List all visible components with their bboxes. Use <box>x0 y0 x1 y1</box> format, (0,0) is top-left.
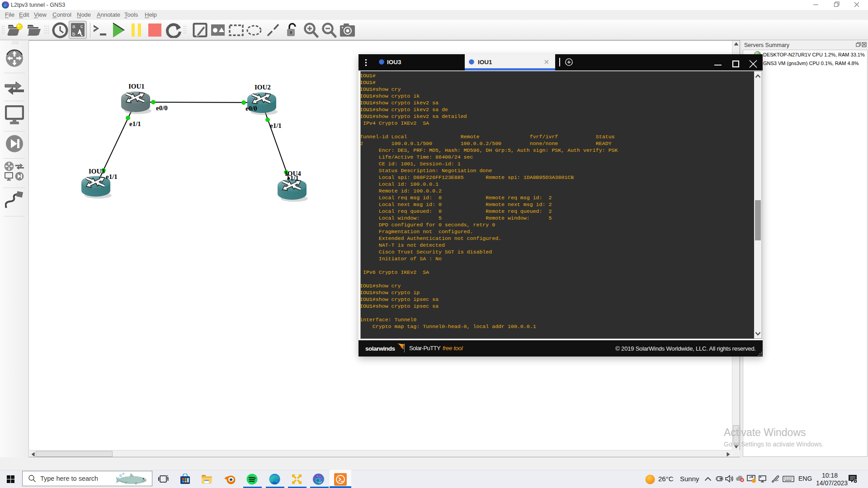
svg-text:IOU1: IOU1 <box>128 83 145 90</box>
svg-text:e1/1: e1/1 <box>287 174 299 182</box>
svg-text:IOU2: IOU2 <box>255 84 271 91</box>
svg-text:e1/1: e1/1 <box>129 120 141 127</box>
svg-text:e0/0: e0/0 <box>245 105 257 112</box>
svg-text:e0/0: e0/0 <box>156 104 168 112</box>
svg-text:e1/1: e1/1 <box>106 173 118 180</box>
svg-text:e1/1: e1/1 <box>270 122 282 129</box>
svg-text:IOU3: IOU3 <box>89 168 105 175</box>
